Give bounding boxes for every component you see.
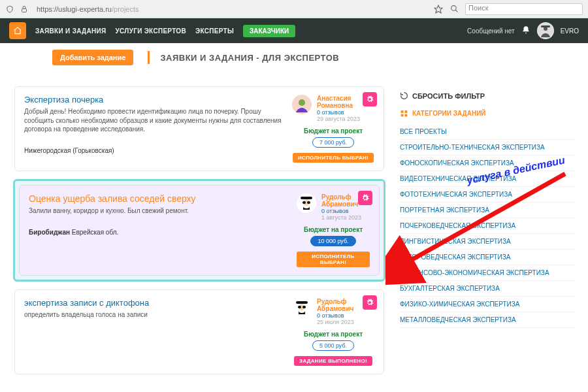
page-title: ЗАЯВКИ И ЗАДАНИЯ - ДЛЯ ЭКСПЕРТОВ [160,53,339,63]
budget-label: Бюджет на проект [304,331,363,338]
task-date: 29 августа 2023 [317,116,374,122]
no-messages-label: Сообщений нет [467,27,515,35]
author-avatar[interactable] [297,193,316,213]
nav-link-requests[interactable]: ЗАЯВКИ И ЗАДАНИЯ [35,27,106,35]
top-nav: ЗАЯВКИ И ЗАДАНИЯ УСЛУГИ ЭКСПЕРТОВ ЭКСПЕР… [0,18,588,43]
nav-link-services[interactable]: УСЛУГИ ЭКСПЕРТОВ [116,27,186,35]
location-region: Еврейская обл. [70,229,118,236]
author-reviews[interactable]: 0 отзывов [317,312,374,319]
task-feed: Экспертиза почерка Добрый день! Необходи… [13,85,385,376]
task-date: 25 июля 2023 [317,319,374,325]
category-link[interactable]: ПОРТРЕТНАЯ ЭКСПЕРТИЗА [400,203,575,218]
category-link[interactable]: ВСЕ ПРОЕКТЫ [400,124,575,140]
svg-line-3 [455,10,457,12]
reset-filter-label: СБРОСИТЬ ФИЛЬТР [412,92,485,100]
task-card[interactable]: экспертиза записи с диктофона определить… [13,288,385,376]
browser-url-bar: https://uslugi-experta.ru/projects Поиск [0,0,588,18]
user-avatar[interactable] [537,22,554,39]
author-avatar[interactable] [292,298,312,318]
budget-label: Бюджет на проект [304,127,363,135]
task-description: Залили ванну, коридор и кухню. Был свежи… [29,206,290,216]
star-icon[interactable] [434,5,443,14]
category-list: ВСЕ ПРОЕКТЫ СТРОИТЕЛЬНО-ТЕХНИЧЕСКАЯ ЭКСП… [400,124,575,328]
status-badge: ЗАДАНИЕ ВЫПОЛНЕНО! [294,356,372,366]
category-link[interactable]: СТРОИТЕЛЬНО-ТЕХНИЧЕСКАЯ ЭКСПЕРТИЗА [400,140,575,155]
gear-icon[interactable] [363,295,377,310]
shield-icon [5,5,14,14]
url-host: https://uslugi-experta.ru [37,5,112,13]
category-link[interactable]: ФИНАНСОВО-ЭКОНОМИЧЕСКАЯ ЭКСПЕРТИЗА [400,265,575,281]
status-badge: ИСПОЛНИТЕЛЬ ВЫБРАН! [293,153,374,163]
category-link[interactable]: ПОЧЕРКОВЕДЧЕСКАЯ ЭКСПЕРТИЗА [400,218,575,234]
svg-rect-17 [298,306,301,308]
subheader: Добавить задание ЗАЯВКИ И ЗАДАНИЯ - ДЛЯ … [0,43,588,72]
svg-rect-15 [296,301,308,304]
svg-marker-1 [434,5,442,13]
svg-point-8 [299,99,305,106]
sidebar: СБРОСИТЬ ФИЛЬТР КАТЕГОРИИ ЗАДАНИЙ ВСЕ ПР… [397,85,575,376]
category-link[interactable]: ФОТОТЕХНИЧЕСКАЯ ЭКСПЕРТИЗА [400,187,575,203]
search-icon[interactable] [449,5,459,14]
author-reviews[interactable]: 0 отзывов [317,109,374,116]
svg-rect-0 [22,8,27,12]
category-link[interactable]: БУХГАЛТЕРСКАЯ ЭКСПЕРТИЗА [400,281,575,297]
task-card[interactable]: Экспертиза почерка Добрый день! Необходи… [13,85,385,172]
categories-header: КАТЕГОРИИ ЗАДАНИЙ [400,109,575,118]
author-reviews[interactable]: 0 отзывов [321,208,370,214]
task-description: определить владельца голоса на записи [24,310,286,319]
task-title[interactable]: Экспертиза почерка [24,95,286,105]
lock-icon [20,5,29,14]
category-link[interactable]: МЕТАЛЛОВЕДЧЕСКАЯ ЭКСПЕРТИЗА [400,312,575,328]
svg-point-2 [451,6,456,11]
author-avatar[interactable] [292,95,312,114]
nav-cta-clients[interactable]: ЗАКАЗЧИКИ [243,25,295,37]
category-link[interactable]: ВИДЕОТЕХНИЧЕСКАЯ ЭКСПЕРТИЗА [400,171,575,187]
category-link[interactable]: АВТОРОВЕДЧЕСКАЯ ЭКСПЕРТИЗА [400,250,575,265]
task-location: Нижегородская (Горьковская) [24,147,286,154]
svg-rect-6 [541,25,550,27]
status-badge: ИСПОЛНИТЕЛЬ ВЫБРАН! [297,252,370,267]
task-description: Добрый день! Необходимо провести идентиф… [24,107,286,134]
divider [148,51,150,64]
budget-label: Бюджет на проект [304,226,363,233]
category-link[interactable]: ФОНОСКОПИЧЕСКАЯ ЭКСПЕРТИЗА [400,155,575,171]
task-card-highlighted[interactable]: Оценка ущерба залива соседей сверху Зали… [13,179,385,282]
price-badge: 7 000 руб. [312,137,354,148]
bell-icon[interactable] [521,25,531,37]
browser-search-input[interactable]: Поиск [465,3,583,15]
gear-icon[interactable] [358,191,372,205]
task-title[interactable]: экспертиза записи с диктофона [24,298,286,308]
task-title[interactable]: Оценка ущерба залива соседей сверху [29,193,290,204]
nav-link-experts[interactable]: ЭКСПЕРТЫ [195,27,234,35]
svg-rect-13 [307,201,310,204]
svg-rect-19 [401,110,404,113]
add-task-button[interactable]: Добавить задание [52,50,133,65]
category-link[interactable]: ФИЗИКО-ХИМИЧЕСКАЯ ЭКСПЕРТИЗА [400,297,575,312]
svg-rect-18 [302,306,306,308]
task-location: Биробиджан Еврейская обл. [29,229,290,236]
price-badge: 5 000 руб. [312,340,354,351]
gear-icon[interactable] [363,92,377,106]
svg-rect-22 [405,114,408,117]
category-link[interactable]: ЛИНГВИСТИЧЕСКАЯ ЭКСПЕРТИЗА [400,234,575,250]
user-name[interactable]: EVRO [561,27,579,35]
svg-rect-12 [302,201,306,204]
svg-rect-20 [405,110,408,113]
task-date: 1 августа 2023 [321,214,370,221]
location-city: Биробиджан [29,229,70,236]
url-display[interactable]: https://uslugi-experta.ru/projects [37,5,139,13]
svg-rect-10 [301,197,312,199]
url-path: /projects [112,5,139,13]
categories-label: КАТЕГОРИИ ЗАДАНИЙ [412,110,486,117]
svg-rect-21 [401,114,404,117]
home-button[interactable] [9,22,26,39]
price-badge: 10 000 руб. [310,236,355,246]
reset-filter-button[interactable]: СБРОСИТЬ ФИЛЬТР [400,91,575,100]
